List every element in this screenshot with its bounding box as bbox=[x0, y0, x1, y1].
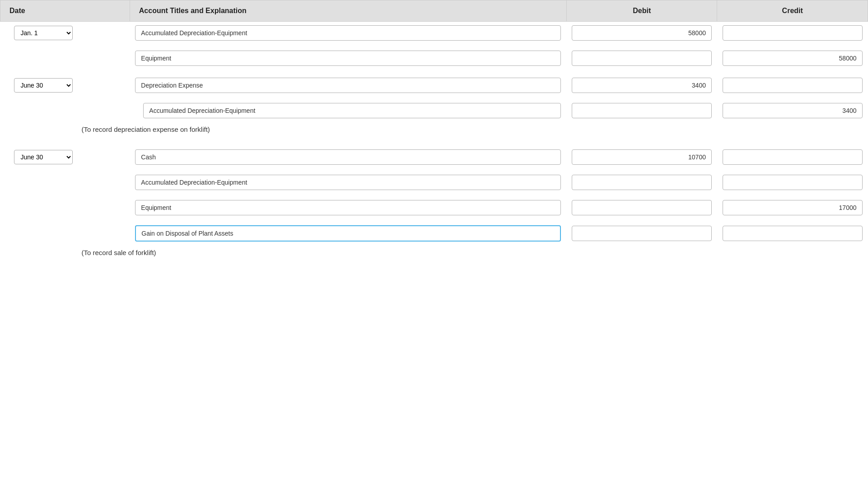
credit-input[interactable] bbox=[723, 103, 863, 118]
date-select[interactable]: Jan. 1June 30Dec. 31 bbox=[14, 150, 73, 164]
account-input[interactable] bbox=[135, 25, 561, 41]
table-row: Jan. 1June 30Dec. 31 bbox=[0, 22, 868, 45]
table-row: Jan. 1June 30Dec. 31 bbox=[0, 74, 868, 97]
date-header: Date bbox=[0, 0, 130, 22]
debit-header: Debit bbox=[566, 0, 717, 22]
debit-input[interactable] bbox=[572, 149, 712, 165]
credit-input[interactable] bbox=[723, 149, 863, 165]
journal-table: Date Account Titles and Explanation Debi… bbox=[0, 0, 868, 265]
debit-input[interactable] bbox=[572, 226, 712, 241]
table-row bbox=[0, 196, 868, 219]
debit-input[interactable] bbox=[572, 78, 712, 93]
date-select[interactable]: Jan. 1June 30Dec. 31 bbox=[14, 78, 73, 93]
account-input[interactable] bbox=[135, 175, 561, 190]
note-row: (To record depreciation expense on forkl… bbox=[0, 122, 868, 141]
debit-input[interactable] bbox=[572, 175, 712, 190]
credit-input[interactable] bbox=[723, 51, 863, 66]
table-header: Date Account Titles and Explanation Debi… bbox=[0, 0, 868, 22]
debit-input[interactable] bbox=[572, 51, 712, 66]
credit-input[interactable] bbox=[723, 175, 863, 190]
table-row bbox=[0, 99, 868, 122]
note-text: (To record sale of forklift) bbox=[0, 245, 868, 265]
credit-header: Credit bbox=[717, 0, 868, 22]
credit-input[interactable] bbox=[723, 200, 863, 215]
credit-input[interactable] bbox=[723, 78, 863, 93]
debit-input[interactable] bbox=[572, 200, 712, 215]
date-select[interactable]: Jan. 1June 30Dec. 31 bbox=[14, 26, 73, 40]
table-row: Jan. 1June 30Dec. 31 bbox=[0, 146, 868, 168]
account-input[interactable] bbox=[135, 149, 561, 165]
debit-input[interactable] bbox=[572, 25, 712, 41]
account-header: Account Titles and Explanation bbox=[130, 0, 566, 22]
account-input[interactable] bbox=[143, 103, 561, 118]
note-text: (To record depreciation expense on forkl… bbox=[0, 122, 868, 141]
credit-input[interactable] bbox=[723, 25, 863, 41]
debit-input[interactable] bbox=[572, 103, 712, 118]
account-input[interactable] bbox=[135, 51, 561, 66]
note-row: (To record sale of forklift) bbox=[0, 245, 868, 265]
credit-input[interactable] bbox=[723, 226, 863, 241]
table-row bbox=[0, 47, 868, 70]
account-input[interactable] bbox=[135, 78, 561, 93]
account-input[interactable] bbox=[135, 225, 561, 242]
table-row bbox=[0, 171, 868, 194]
table-row bbox=[0, 222, 868, 245]
account-input[interactable] bbox=[135, 200, 561, 215]
